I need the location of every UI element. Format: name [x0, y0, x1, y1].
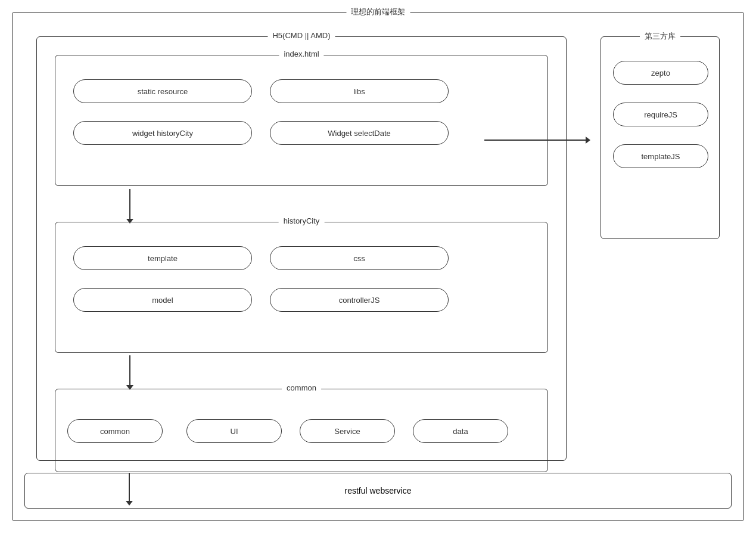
- arrow-libs-to-thirdparty: [484, 137, 590, 144]
- index-box: index.html static resource libs widget h…: [55, 55, 548, 186]
- arrow-history-to-common: [126, 355, 133, 390]
- common-outer-title: common: [282, 383, 321, 392]
- ui-pill: UI: [186, 419, 282, 443]
- widget-history-pill: widget historyCity: [73, 121, 252, 145]
- index-title: index.html: [279, 49, 323, 58]
- template-pill: template: [73, 246, 252, 270]
- main-container: 理想的前端框架 H5(CMD || AMD) index.html static…: [12, 12, 744, 521]
- arrow-index-to-history: [126, 189, 133, 224]
- third-party-title: 第三方库: [640, 31, 680, 42]
- common-outer-box: common common UI Service data: [55, 389, 548, 472]
- static-resource-pill: static resource: [73, 79, 252, 103]
- service-pill: Service: [300, 419, 395, 443]
- zepto-pill: zepto: [613, 61, 708, 85]
- restful-box: restful webservice: [24, 473, 732, 509]
- libs-pill: libs: [270, 79, 449, 103]
- history-box: historyCity template css model controlle…: [55, 222, 548, 353]
- templatejs-pill: templateJS: [613, 144, 708, 168]
- h5-title: H5(CMD || AMD): [267, 31, 335, 40]
- h5-area: H5(CMD || AMD) index.html static resourc…: [36, 36, 567, 461]
- third-party-box: 第三方库 zepto requireJS templateJS: [601, 36, 720, 239]
- controller-pill: controllerJS: [270, 288, 449, 312]
- restful-label: restful webservice: [344, 486, 411, 495]
- common-pill: common: [67, 419, 163, 443]
- model-pill: model: [73, 288, 252, 312]
- history-title: historyCity: [279, 216, 325, 225]
- requirejs-pill: requireJS: [613, 103, 708, 126]
- data-pill: data: [413, 419, 508, 443]
- css-pill: css: [270, 246, 449, 270]
- main-title: 理想的前端框架: [346, 7, 410, 17]
- widget-select-pill: Widget selectDate: [270, 121, 449, 145]
